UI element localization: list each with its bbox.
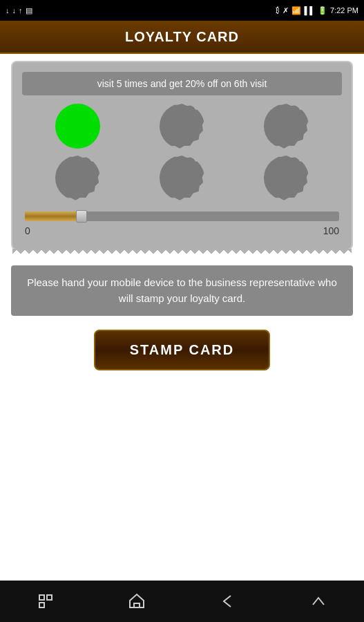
info-box: Please hand your mobile device to the bu…: [11, 265, 353, 316]
main-content: visit 5 times and get 20% off on 6th vis…: [0, 54, 364, 391]
status-bar-right: ₿ ✗ 📶 ▌▌ 🔋 7:22 PM: [276, 6, 358, 15]
wifi-icon: 📶: [291, 6, 301, 15]
stamp-1: [55, 104, 100, 149]
stamp-2: [160, 104, 204, 149]
svg-rect-0: [39, 595, 44, 600]
stamp-4: [55, 156, 100, 200]
home-button[interactable]: [119, 584, 154, 619]
status-bar: ↓ ↓ ↑ ▤ ₿ ✗ 📶 ▌▌ 🔋 7:22 PM: [0, 0, 364, 21]
sim-icon: ▤: [26, 6, 32, 15]
progress-slider[interactable]: 0 100: [22, 211, 342, 236]
svg-rect-2: [39, 603, 44, 607]
bluetooth-icon: ₿: [276, 6, 280, 15]
slider-labels: 0 100: [25, 225, 339, 236]
signal-bars-icon: ▌▌: [304, 6, 315, 15]
stamp-shape-2: [160, 104, 204, 149]
battery-icon: 🔋: [318, 6, 327, 15]
signal-off-icon: ✗: [282, 6, 289, 15]
stamp-shape-6: [264, 156, 309, 200]
back-button[interactable]: [210, 584, 245, 619]
recent-apps-button[interactable]: [28, 584, 63, 619]
header: LOYALTY CARD: [0, 21, 364, 54]
stamp-shape-3: [264, 104, 309, 149]
download-active-icon: ↓: [12, 6, 17, 15]
stamp-5: [160, 156, 204, 200]
page-title: LOYALTY CARD: [125, 29, 239, 45]
svg-rect-3: [134, 603, 140, 607]
slider-max-label: 100: [323, 225, 339, 236]
slider-track: [25, 211, 339, 221]
stamp-3: [264, 104, 309, 149]
menu-up-button[interactable]: [301, 584, 336, 619]
stamp-shape-5: [160, 156, 204, 200]
stamps-grid: [22, 104, 342, 200]
stamp-shape-1: [55, 104, 100, 149]
slider-min-label: 0: [25, 225, 30, 236]
upload-icon: ↑: [19, 6, 23, 15]
promo-strip: visit 5 times and get 20% off on 6th vis…: [22, 72, 342, 95]
time-display: 7:22 PM: [330, 6, 358, 15]
status-bar-left: ↓ ↓ ↑ ▤: [6, 6, 32, 15]
download-icon: ↓: [6, 6, 10, 15]
stamp-card-button[interactable]: STAMP CARD: [94, 330, 270, 370]
slider-thumb[interactable]: [76, 210, 87, 223]
promo-text: visit 5 times and get 20% off on 6th vis…: [97, 78, 267, 89]
info-text: Please hand your mobile device to the bu…: [27, 276, 337, 304]
slider-fill: [25, 211, 82, 221]
stamp-6: [264, 156, 309, 200]
svg-rect-1: [47, 595, 52, 600]
stamp-shape-4: [55, 156, 100, 200]
stamp-button-label: STAMP CARD: [130, 342, 234, 357]
bottom-nav: [0, 581, 364, 622]
stamp-button-container: STAMP CARD: [11, 330, 353, 370]
loyalty-card: visit 5 times and get 20% off on 6th vis…: [11, 61, 353, 250]
